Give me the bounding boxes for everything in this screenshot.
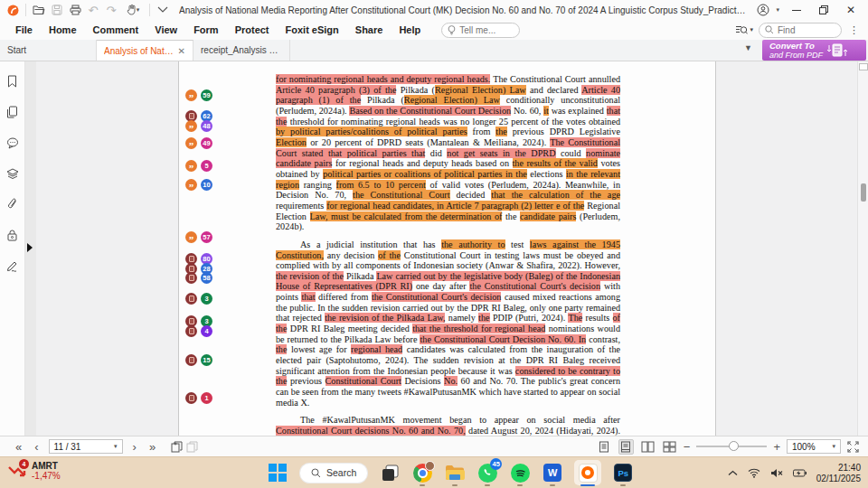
tell-me-input[interactable] xyxy=(459,25,514,35)
tab-close-icon[interactable]: ✕ xyxy=(178,46,185,56)
last-page-button[interactable]: » xyxy=(143,440,162,454)
menu-comment[interactable]: Comment xyxy=(85,20,147,40)
find-input[interactable] xyxy=(778,25,832,35)
comment-marker[interactable]: ”57 xyxy=(185,231,212,243)
comment-count-badge[interactable]: 49 xyxy=(201,137,212,149)
comment-marker[interactable]: ”10 xyxy=(185,179,212,191)
menu-share[interactable]: Share xyxy=(347,20,392,40)
comment-count-badge[interactable]: 4 xyxy=(201,325,212,337)
fullscreen-icon[interactable] xyxy=(847,441,859,453)
chrome-icon[interactable] xyxy=(411,460,433,485)
foxit-reader-icon[interactable] xyxy=(574,460,601,485)
quote-annotation-icon[interactable]: ” xyxy=(185,179,197,191)
note-annotation-icon[interactable] xyxy=(185,392,197,404)
continuous-view-icon[interactable] xyxy=(618,439,634,455)
zoom-out-button[interactable]: − xyxy=(684,440,691,454)
page-number-field[interactable]: 11 / 31 ▾ xyxy=(49,439,123,454)
sidebar-expand-handle[interactable] xyxy=(27,243,33,252)
hidden-icons-chevron[interactable] xyxy=(728,470,738,476)
search-options-icon[interactable]: ▾ xyxy=(735,24,753,35)
account-icon[interactable] xyxy=(754,2,772,18)
whatsapp-icon[interactable]: 45 xyxy=(476,460,498,485)
close-button[interactable]: ✕ xyxy=(837,1,864,19)
collapse-toolbar-icon[interactable] xyxy=(154,2,172,18)
quote-annotation-icon[interactable]: ” xyxy=(185,137,197,149)
comment-marker[interactable]: ”59 xyxy=(185,89,212,101)
menu-protect[interactable]: Protect xyxy=(227,20,278,40)
comment-count-badge[interactable]: 59 xyxy=(201,89,212,101)
convert-pdf-button[interactable]: Convert Toand From PDF xyxy=(762,40,866,61)
note-annotation-icon[interactable] xyxy=(185,293,197,305)
scrollbar-thumb[interactable] xyxy=(861,183,866,202)
photoshop-icon[interactable]: Ps xyxy=(612,460,634,485)
facing-view-icon[interactable] xyxy=(640,439,656,455)
redo-icon[interactable]: ↷ xyxy=(102,2,120,18)
clock[interactable]: 21:40 02/11/2025 xyxy=(816,463,861,484)
menu-help[interactable]: Help xyxy=(391,20,429,40)
comment-marker[interactable]: 58 xyxy=(185,272,212,284)
comment-count-badge[interactable]: 3 xyxy=(201,293,212,305)
quote-annotation-icon[interactable]: ” xyxy=(185,231,197,243)
account-caret[interactable]: ▾ xyxy=(776,6,779,14)
document-tab[interactable]: receipt_Analysis of Na... xyxy=(193,40,290,61)
comment-marker[interactable]: 3 xyxy=(185,293,212,305)
menu-home[interactable]: Home xyxy=(41,20,85,40)
file-explorer-icon[interactable] xyxy=(444,460,466,485)
task-view-button[interactable] xyxy=(379,460,401,485)
battery-icon[interactable] xyxy=(793,469,807,477)
vertical-scrollbar[interactable] xyxy=(857,61,868,436)
comment-count-badge[interactable]: 10 xyxy=(201,179,212,191)
widgets-button[interactable]: 4 AMRT -1,47% xyxy=(7,461,61,481)
menu-view[interactable]: View xyxy=(146,20,185,40)
digital-signature-icon[interactable] xyxy=(5,258,20,273)
hand-tool-icon[interactable]: ▾ xyxy=(120,2,146,18)
zoom-level-field[interactable]: 100% ▾ xyxy=(787,439,841,454)
print-icon[interactable] xyxy=(66,2,84,18)
quote-annotation-icon[interactable]: ” xyxy=(185,89,197,101)
first-page-button[interactable]: « xyxy=(9,440,28,454)
menu-foxit-esign[interactable]: Foxit eSign xyxy=(278,20,347,40)
windows-start-button[interactable] xyxy=(267,460,288,485)
scrollbar-top-button[interactable] xyxy=(859,63,868,70)
tab-list-caret[interactable]: ▼ xyxy=(744,43,752,52)
wifi-icon[interactable] xyxy=(748,468,760,478)
taskbar-search[interactable]: Search xyxy=(299,463,368,483)
comment-count-badge[interactable]: 58 xyxy=(201,272,212,284)
bookmarks-icon[interactable] xyxy=(5,74,20,89)
snapshot-icon[interactable] xyxy=(169,439,184,455)
tell-me-box[interactable] xyxy=(441,23,520,38)
comment-marker[interactable]: 1 xyxy=(185,392,212,404)
comment-count-badge[interactable]: 5 xyxy=(201,160,212,172)
undo-icon[interactable]: ↶ xyxy=(84,2,102,18)
find-box[interactable] xyxy=(759,23,842,38)
spotify-icon[interactable] xyxy=(509,460,531,485)
note-annotation-icon[interactable] xyxy=(185,354,197,366)
document-tab[interactable]: Analysis of National M...✕ xyxy=(97,40,193,61)
open-file-icon[interactable] xyxy=(30,2,48,18)
comment-count-badge[interactable]: 48 xyxy=(201,120,212,132)
quote-annotation-icon[interactable]: ” xyxy=(185,160,197,172)
document-tab[interactable]: Start xyxy=(0,40,97,61)
comment-marker[interactable]: 15 xyxy=(185,354,212,366)
note-annotation-icon[interactable] xyxy=(185,325,197,337)
restore-button[interactable] xyxy=(810,1,837,19)
comment-count-badge[interactable]: 57 xyxy=(201,231,212,243)
comment-marker[interactable]: ”49 xyxy=(185,137,212,149)
attachments-icon[interactable] xyxy=(5,197,20,211)
layers-icon[interactable] xyxy=(5,166,20,181)
comments-icon[interactable] xyxy=(5,136,20,150)
facing-continuous-view-icon[interactable] xyxy=(662,439,677,455)
menu-file[interactable]: File xyxy=(7,20,41,40)
zoom-in-button[interactable]: + xyxy=(773,440,780,454)
volume-muted-icon[interactable] xyxy=(770,468,783,478)
single-page-view-icon[interactable] xyxy=(597,439,612,455)
comment-marker[interactable]: ”5 xyxy=(185,160,212,172)
security-icon[interactable] xyxy=(5,228,20,242)
comment-marker[interactable]: 4 xyxy=(185,325,212,337)
page-field-caret[interactable]: ▾ xyxy=(114,443,118,450)
clipboard-icon[interactable] xyxy=(184,439,200,455)
page-thumbnails-icon[interactable] xyxy=(5,105,20,119)
minimize-button[interactable] xyxy=(783,1,810,19)
next-page-button[interactable]: › xyxy=(127,440,143,454)
zoom-slider-knob[interactable] xyxy=(729,441,739,451)
